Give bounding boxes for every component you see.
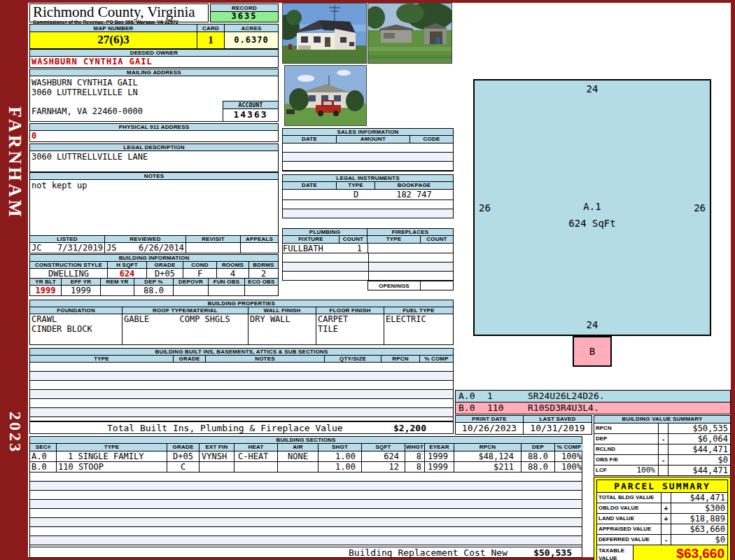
bvs-obs-value: $0 bbox=[668, 455, 730, 465]
building-properties-title: BUILDING PROPERTIES bbox=[29, 300, 454, 307]
bvs-lcf-op bbox=[659, 465, 668, 475]
depovr-value bbox=[174, 286, 209, 296]
hsqft-value: 624 bbox=[108, 269, 147, 279]
reviewed-by: JS bbox=[106, 243, 116, 253]
li-col-type: TYPE bbox=[337, 182, 375, 190]
property-photo-yard-shed bbox=[368, 3, 452, 64]
ecoobs-label: ECO OBS bbox=[245, 279, 279, 286]
li-date-value bbox=[283, 190, 337, 200]
bs-col-dep: DEP bbox=[522, 444, 555, 451]
ps-row-obldg: OBLDG VALUE + $300 bbox=[596, 503, 728, 514]
openings-count bbox=[421, 281, 454, 290]
property-photo-house-truck bbox=[284, 65, 367, 126]
acres-value: 0.6370 bbox=[225, 32, 279, 49]
physical-address-section: PHYSICAL 911 ADDRESS 0 bbox=[29, 123, 279, 142]
map-number-value: 27(6)3 bbox=[29, 32, 197, 49]
sales-information-section: SALES INFORMATION DATE AMOUNT CODE bbox=[282, 128, 454, 172]
bvs-row-lcf: LCF 100% $44,471 bbox=[594, 465, 730, 475]
bs-b-comp: 100% bbox=[555, 462, 583, 472]
ps-deferred-value: $0 bbox=[671, 535, 727, 545]
mailing-address-block: WASHBURN CYNTHIA GAIL 3060 LUTTRELLVILLE… bbox=[29, 76, 279, 122]
bs-col-type: TYPE bbox=[57, 444, 167, 451]
bs-b-air bbox=[278, 462, 318, 472]
ecoobs-value bbox=[245, 286, 279, 296]
listed-date: 7/31/2019 bbox=[57, 243, 103, 253]
parcel-summary: PARCEL SUMMARY TOTAL BLDG VALUE $44,471 … bbox=[594, 477, 731, 560]
bvs-rpcn-value: $50,535 bbox=[668, 424, 730, 433]
building-value-summary-title: BUILDING VALUE SUMMARY bbox=[594, 416, 730, 424]
bvs-row-dep: DEP - $6,064 bbox=[594, 434, 730, 444]
bs-b-rpcn: $211 bbox=[454, 462, 522, 472]
built-ins-section: BUILDING BUILT INS, BASEMENTS, ATTICS & … bbox=[29, 348, 454, 421]
bvs-row-rpcn: RPCN $50,535 bbox=[594, 424, 730, 434]
bvs-rpcn-op bbox=[659, 424, 668, 433]
acres-label: ACRES bbox=[225, 24, 279, 32]
account-value: 14363 bbox=[223, 109, 279, 122]
revisit-label: REVISIT bbox=[186, 235, 241, 243]
floor-finish-label: FLOOR FINISH bbox=[316, 307, 384, 314]
built-ins-col-rpcn: RPCN bbox=[382, 356, 420, 363]
built-ins-total-row: Total Built Ins, Plumbing & Fireplace Va… bbox=[29, 421, 454, 434]
legend-b-vector: R10SD3R4U3L4. bbox=[528, 402, 599, 414]
building-value-summary: BUILDING VALUE SUMMARY RPCN $50,535 DEP … bbox=[594, 415, 731, 476]
legal-description-section: LEGAL DESCRIPTION 3060 LUTTRELLVILLE LAN… bbox=[29, 144, 279, 172]
sketch-dim-top: 24 bbox=[587, 83, 598, 94]
bs-b-sec: B.0 bbox=[30, 462, 57, 472]
bs-col-air: AIR bbox=[278, 444, 318, 451]
card-label: CARD bbox=[197, 24, 225, 32]
bs-a-heat: C-HEAT bbox=[234, 451, 278, 461]
legal-description-label: LEGAL DESCRIPTION bbox=[29, 144, 279, 151]
bs-a-dep: 88.0 bbox=[522, 451, 555, 461]
sketch-section-area: 624 SqFt bbox=[568, 218, 615, 229]
plumbing-fireplaces-section: PLUMBING FIREPLACES FIXTURE COUNT TYPE C… bbox=[282, 228, 454, 290]
sales-information-title: SALES INFORMATION bbox=[282, 128, 454, 136]
ps-land-op: + bbox=[662, 514, 671, 524]
cond-label: COND bbox=[183, 262, 217, 269]
reviewed-value: JS6/26/2014 bbox=[105, 243, 186, 253]
built-ins-col-grade: GRADE bbox=[174, 356, 206, 363]
bs-b-grade: C bbox=[167, 462, 200, 472]
bs-col-sec: SEC# bbox=[30, 444, 57, 451]
sketch-legend-row-b: B.0 110 R10SD3R4U3L4. bbox=[455, 402, 731, 414]
floor-finish-value: CARPET TILE bbox=[316, 314, 384, 345]
bvs-row-rclnd: RCLND $44,471 bbox=[594, 444, 730, 455]
bs-b-type: 110 STOOP bbox=[57, 462, 167, 472]
bdrms-value: 2 bbox=[249, 269, 279, 279]
bs-col-eyear: EYEAR bbox=[425, 444, 454, 451]
bs-col-heat: HEAT bbox=[234, 444, 278, 451]
print-date-value: 10/26/2023 bbox=[455, 423, 524, 435]
legend-b-sec: B.0 bbox=[456, 402, 487, 414]
sketch-section-label: A.1 bbox=[583, 201, 601, 212]
bs-b-shgt: 1.00 bbox=[318, 462, 362, 472]
revisit-value bbox=[186, 243, 241, 253]
print-date-label: PRINT DATE bbox=[455, 415, 524, 423]
bdrms-label: BDRMS bbox=[249, 262, 279, 269]
wall-finish-label: WALL FINISH bbox=[248, 307, 316, 314]
dep-pct-label: DEP % bbox=[134, 279, 174, 286]
built-ins-col-notes: NOTES bbox=[206, 356, 325, 363]
plumbing-row-1: FULLBATH 1 bbox=[282, 244, 454, 253]
house-front-illustration bbox=[283, 4, 367, 64]
record-box: RECORD 3635 bbox=[210, 4, 279, 22]
legend-a-code: 1 bbox=[487, 391, 528, 402]
ps-row-appraised: APPRAISED VALUE $63,660 bbox=[596, 524, 728, 535]
county-header: Richmond County, Virginia Commissioner o… bbox=[29, 4, 209, 22]
deeded-owner-value: WASHBURN CYNTHIA GAIL bbox=[29, 57, 279, 68]
map-card-acres: MAP NUMBER CARD ACRES 27(6)3 1 0.6370 bbox=[29, 24, 279, 49]
ps-appraised-op bbox=[662, 524, 671, 534]
bs-b-sqft: 12 bbox=[362, 462, 405, 472]
legal-instruments-title: LEGAL INSTRUMENTS bbox=[282, 174, 454, 182]
mailing-address-label: MAILING ADDRESS bbox=[29, 69, 279, 76]
record-value: 3635 bbox=[210, 12, 279, 22]
roof-value: GABLE COMP SHGLS bbox=[122, 314, 248, 345]
ps-bldg-op bbox=[662, 493, 671, 503]
ps-row-bldg: TOTAL BLDG VALUE $44,471 bbox=[596, 493, 728, 503]
legend-a-sec: A.0 bbox=[456, 391, 487, 402]
deeded-owner-label: DEEDED OWNER bbox=[29, 49, 279, 57]
listed-by: JC bbox=[31, 243, 41, 253]
building-information-section: BUILDING INFORMATION CONSTRUCTION STYLE … bbox=[29, 254, 279, 296]
building-sections-empty-rows bbox=[29, 472, 582, 547]
built-ins-empty-rows bbox=[29, 363, 454, 421]
legal-instruments-empty-rows bbox=[282, 200, 454, 218]
ps-appraised-label: APPRAISED VALUE bbox=[597, 524, 662, 534]
